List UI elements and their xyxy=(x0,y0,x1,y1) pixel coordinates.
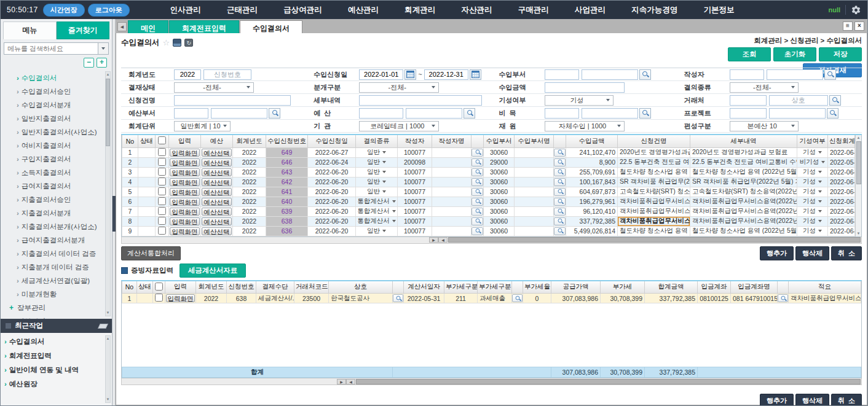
grid1-row[interactable]: 8 입력화면 예산선택 2022 638 2022-06-20 통합계산서 xyxy=(122,216,855,226)
income-dept-code-input[interactable] xyxy=(545,69,579,80)
magnifier-icon[interactable] xyxy=(554,217,566,225)
magnifier-icon[interactable] xyxy=(778,294,788,302)
magnifier-icon[interactable] xyxy=(471,208,483,216)
scroll-up-icon[interactable]: ▲ xyxy=(106,72,110,77)
budget-type-select[interactable]: 본예산 10 xyxy=(730,121,799,131)
cell-application-title[interactable]: 22.5 동부건축 전도금 여비... xyxy=(618,157,690,167)
scroll-left-icon[interactable]: ◀ xyxy=(438,237,448,243)
tree-item[interactable]: +결산관리 xyxy=(9,314,103,319)
row-checkbox[interactable] xyxy=(158,217,166,225)
tree-item[interactable]: ›구입지출결의서 xyxy=(17,152,103,166)
cell-application-title[interactable]: 2020년도 경영평가성과급 ... xyxy=(618,147,690,157)
progress-cell-select[interactable]: 기성 xyxy=(797,206,828,216)
scroll-thumb[interactable] xyxy=(356,379,861,385)
row-add-button[interactable]: 행추가 xyxy=(760,246,794,260)
decision-type-cell-select[interactable]: 일반 xyxy=(356,226,398,236)
recent-item[interactable]: ›수입결의서 xyxy=(4,335,109,349)
tree-item[interactable]: ›수입결의서 xyxy=(17,71,103,85)
budget-select-button[interactable]: 예산선택 xyxy=(202,168,232,176)
grid1-row[interactable]: 9 입력화면 예산선택 2022 636 2022-06-20 일반 1 xyxy=(122,226,855,236)
magnifier-icon[interactable] xyxy=(471,227,483,235)
calendar-icon[interactable] xyxy=(404,69,416,80)
scroll-thumb[interactable] xyxy=(106,79,110,146)
search-dropdown-icon[interactable] xyxy=(98,42,109,55)
decision-type-cell-select[interactable]: 일반 xyxy=(356,147,398,157)
tree-item[interactable]: ›지출결의서 데이터 검증 xyxy=(17,247,103,260)
progress-cell-select[interactable]: 기성 xyxy=(797,167,828,177)
cell-application-title[interactable]: SR 객차비품 취급업무(202... xyxy=(618,177,690,187)
row-checkbox[interactable] xyxy=(158,158,166,166)
expand-all-button[interactable]: + xyxy=(97,58,107,68)
input-screen-button[interactable]: 입력화면 xyxy=(170,149,200,157)
eraser-icon[interactable] xyxy=(98,324,108,329)
scroll-up-icon[interactable]: ▲ xyxy=(857,135,861,141)
refresh-icon[interactable]: ↻ xyxy=(184,39,193,47)
progress-cell-select[interactable]: 기성 xyxy=(797,226,828,236)
menu-budget[interactable]: 예산관리 xyxy=(348,5,379,15)
tree-item[interactable]: ›미분개현황 xyxy=(17,287,103,301)
favorite-star-icon[interactable]: ☆ xyxy=(163,38,170,47)
tree-scrollbar[interactable]: ▲ ▼ xyxy=(105,71,111,316)
tax-invoice-data-button[interactable]: 세금계산서자료 xyxy=(180,264,246,278)
progress-cell-select[interactable]: 기성 xyxy=(797,216,828,226)
input-screen-button[interactable]: 입력화면 xyxy=(170,188,200,196)
query-button[interactable]: 조회 xyxy=(728,47,771,61)
budget-name-input[interactable] xyxy=(406,108,462,119)
application-no-input[interactable] xyxy=(203,69,251,80)
scroll-down-icon[interactable]: ▼ xyxy=(106,310,110,316)
select-all-checkbox[interactable] xyxy=(158,136,166,144)
gear-icon[interactable] xyxy=(851,5,861,15)
cell-application-title[interactable]: 철도차량 청소사업 용역 (2... xyxy=(618,167,690,177)
recent-item[interactable]: ›일반이체 연동 및 내역 xyxy=(4,363,109,377)
menu-search-input[interactable] xyxy=(4,42,98,55)
magnifier-icon[interactable] xyxy=(824,69,836,80)
vendor-name-input[interactable] xyxy=(769,95,828,106)
input-screen-button[interactable]: 입력화면 xyxy=(170,217,200,225)
progress-cell-select[interactable]: 기성 xyxy=(797,187,828,197)
tree-item[interactable]: ›지출결의서승인 xyxy=(17,193,103,206)
tree-item[interactable]: ›여비지출결의서 xyxy=(17,139,103,152)
writer-name-input[interactable] xyxy=(767,69,823,80)
grid1-row[interactable]: 1 입력화면 예산선택 2022 649 2022-06-27 일반 1 xyxy=(122,147,855,157)
input-screen-button[interactable]: 입력화면 xyxy=(170,168,200,176)
budget-select-button[interactable]: 예산선택 xyxy=(202,158,232,166)
decision-type-cell-select[interactable]: 통합계산서 xyxy=(356,197,398,206)
logout-button[interactable]: 로그아웃 xyxy=(88,4,130,17)
magnifier-icon[interactable] xyxy=(554,188,566,196)
tree-item[interactable]: +장부관리 xyxy=(9,301,103,314)
budget-select-button[interactable]: 예산선택 xyxy=(202,178,232,186)
grid1-horizontal-scrollbar[interactable]: ▶ ◀ xyxy=(121,237,862,244)
magnifier-icon[interactable] xyxy=(554,168,566,176)
input-screen-button[interactable]: 입력화면 xyxy=(170,158,200,166)
menu-payroll[interactable]: 급상여관리 xyxy=(283,5,322,15)
scroll-right-icon[interactable]: ▶ xyxy=(429,237,438,243)
cell-application-title[interactable]: 객차비품취급업무서비스용... xyxy=(618,197,690,206)
menu-basic-info[interactable]: 기본정보 xyxy=(704,5,735,15)
save-button[interactable]: 저장 xyxy=(819,47,862,61)
magnifier-icon[interactable] xyxy=(639,69,651,80)
menu-sustainability[interactable]: 지속가능경영 xyxy=(631,5,677,15)
tree-item[interactable]: ›일반지출결의서 xyxy=(17,112,103,125)
project-name-input[interactable] xyxy=(769,108,826,119)
magnifier-icon[interactable] xyxy=(269,108,280,119)
collapse-all-button[interactable]: − xyxy=(84,58,94,68)
magnifier-icon[interactable] xyxy=(829,95,841,106)
progress-select[interactable]: 기성 xyxy=(545,95,614,106)
row-checkbox[interactable] xyxy=(158,187,166,195)
magnifier-icon[interactable] xyxy=(554,198,566,206)
cancel-button[interactable]: 취 소 xyxy=(831,394,862,406)
screen-icon[interactable] xyxy=(173,39,181,47)
input-screen-button[interactable]: 입력화면 xyxy=(170,227,200,235)
recent-item[interactable]: ›회계전표입력 xyxy=(4,349,109,363)
row-checkbox[interactable] xyxy=(158,168,166,176)
tab-main[interactable]: 메인 xyxy=(128,20,168,33)
window-menu-icon[interactable]: ≡ xyxy=(843,21,853,31)
magnifier-icon[interactable] xyxy=(471,168,483,176)
budget-select-button[interactable]: 예산선택 xyxy=(202,149,232,157)
grid1-row[interactable]: 2 입력화면 예산선택 2022 646 2022-06-24 일반 2 xyxy=(122,157,855,167)
tree-item[interactable]: ›지출결의서분개(사업소) xyxy=(17,220,103,233)
income-dept-name-input[interactable] xyxy=(582,69,638,80)
scroll-down-icon[interactable]: ▼ xyxy=(857,231,861,236)
application-title-input[interactable] xyxy=(174,95,291,106)
progress-cell-select[interactable]: 기성 xyxy=(797,177,828,187)
